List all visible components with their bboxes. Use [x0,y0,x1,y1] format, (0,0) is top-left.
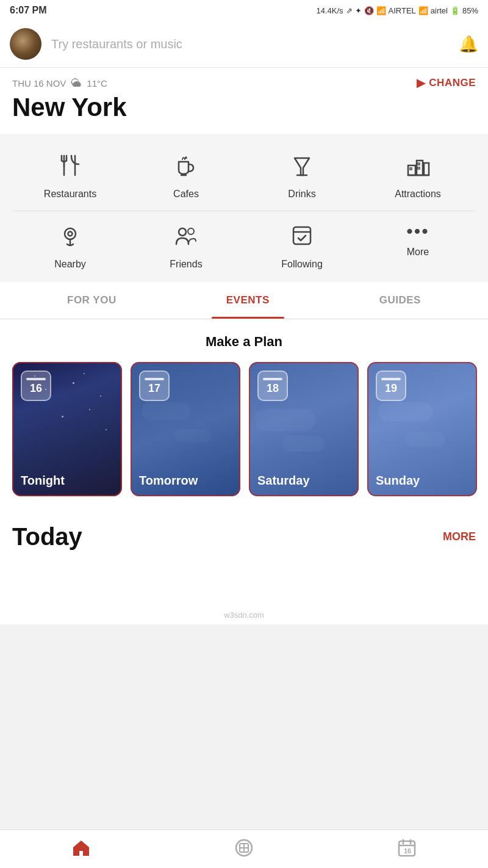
nav-home[interactable] [71,837,92,858]
bottom-spacer [0,557,488,606]
nearby-label: Nearby [54,259,86,270]
location-arrow-icon: ▶ [417,76,426,90]
carrier2: airtel [431,6,448,15]
tabs-section: FOR YOU EVENTS GUIDES [0,282,488,319]
avatar[interactable] [10,28,41,60]
svg-point-16 [179,228,186,236]
bottom-nav: 16 [0,830,488,868]
nav-icon-indicator: ⇗ [346,6,353,15]
date-text: THU 16 NOV [12,78,66,89]
card-content-sunday: 19 Sunday [367,362,477,496]
location-header: THU 16 NOV 🌥 11°C ▶ CHANGE New York [0,68,488,134]
card-day-tonight: Tonight [21,474,65,488]
category-restaurants[interactable]: Restaurants [34,152,107,200]
card-content-tomorrow: 17 Tomorrow [131,362,240,496]
cal-icon-19: 19 [376,371,406,401]
friends-icon [173,222,199,253]
status-time: 6:07 PM [10,5,46,16]
category-more[interactable]: ••• More [381,222,454,270]
cal-icon-18: 18 [257,371,288,401]
date-cards-container: 16 Tonight 17 Tomorrow [0,362,488,508]
carrier1: AIRTEL [389,6,416,15]
cafes-icon [173,152,199,183]
home-icon [71,837,92,858]
nav-calendar[interactable]: 16 [396,837,417,858]
following-label: Following [281,259,323,270]
following-icon [289,222,315,253]
friends-label: Friends [170,259,202,270]
category-following[interactable]: Following [265,222,339,270]
svg-point-17 [188,228,194,234]
search-bar: Try restaurants or music 🔔 [0,21,488,68]
card-day-saturday: Saturday [257,474,310,488]
category-grid: Restaurants Cafes [0,134,488,282]
change-location-button[interactable]: ▶ CHANGE [417,76,476,90]
drinks-label: Drinks [288,189,315,200]
drinks-icon [289,152,315,183]
category-divider [12,211,476,211]
svg-point-15 [68,232,73,236]
tab-guides[interactable]: GUIDES [365,282,436,319]
card-day-sunday: Sunday [376,474,420,488]
category-cafes[interactable]: Cafes [149,152,223,200]
notification-bell-icon[interactable]: 🔔 [459,35,478,54]
nav-explore[interactable] [234,837,254,858]
search-input[interactable]: Try restaurants or music [51,37,449,51]
date-card-tomorrow[interactable]: 17 Tomorrow [131,362,240,496]
today-more-link[interactable]: MORE [443,530,476,543]
restaurants-icon [57,152,84,183]
cal-icon-17: 17 [139,371,170,401]
svg-rect-7 [408,165,415,175]
location-meta: THU 16 NOV 🌥 11°C ▶ CHANGE [12,76,476,90]
mute-icon: 🔇 [364,6,374,15]
svg-rect-18 [293,227,310,244]
more-label: More [407,247,429,258]
status-right-icons: 14.4K/s ⇗ ✦ 🔇 📶 AIRTEL 📶 airtel 🔋 85% [316,6,478,15]
tabs-row: FOR YOU EVENTS GUIDES [12,282,476,319]
weather-icon: 🌥 [71,77,82,90]
restaurants-label: Restaurants [44,189,96,200]
wifi-icon: 📶 [376,6,386,15]
events-section: Make a Plan 16 [0,319,488,508]
attractions-icon [404,152,431,183]
network-speed: 14.4K/s [316,6,343,15]
svg-point-14 [65,228,76,239]
svg-rect-11 [410,168,412,170]
attractions-label: Attractions [395,189,441,200]
signal-icon: 📶 [418,6,428,15]
card-content-tonight: 16 Tonight [12,362,122,496]
explore-icon [234,837,254,858]
category-row-2: Nearby Friends Fo [0,216,488,276]
today-section: Today MORE [0,508,488,557]
today-title: Today [12,523,82,551]
status-bar: 6:07 PM 14.4K/s ⇗ ✦ 🔇 📶 AIRTEL 📶 airtel … [0,0,488,21]
temperature: 11°C [87,78,107,89]
nearby-icon [57,222,84,253]
cal-icon-16: 16 [21,371,51,401]
svg-rect-13 [418,167,420,169]
city-name: New York [12,93,476,121]
category-friends[interactable]: Friends [149,222,223,270]
more-icon: ••• [406,222,429,241]
calendar-icon: 16 [396,837,417,858]
category-drinks[interactable]: Drinks [265,152,339,200]
card-day-tomorrow: Tomorrow [139,474,198,488]
battery-icon: 🔋 [450,6,460,15]
svg-text:16: 16 [404,847,411,855]
svg-rect-12 [418,163,420,165]
category-attractions[interactable]: Attractions [381,152,454,200]
date-card-sunday[interactable]: 19 Sunday [367,362,477,496]
svg-rect-9 [424,163,429,175]
make-a-plan-title: Make a Plan [0,334,488,350]
location-date: THU 16 NOV 🌥 11°C [12,77,107,90]
category-row-1: Restaurants Cafes [0,146,488,206]
battery-level: 85% [462,6,478,15]
tab-for-you[interactable]: FOR YOU [52,282,131,319]
watermark: w3sdn.com [0,606,488,624]
date-card-tonight[interactable]: 16 Tonight [12,362,122,496]
date-card-saturday[interactable]: 18 Saturday [249,362,359,496]
category-nearby[interactable]: Nearby [34,222,107,270]
change-label: CHANGE [429,77,476,89]
bluetooth-icon: ✦ [355,6,362,15]
tab-events[interactable]: EVENTS [212,282,284,319]
